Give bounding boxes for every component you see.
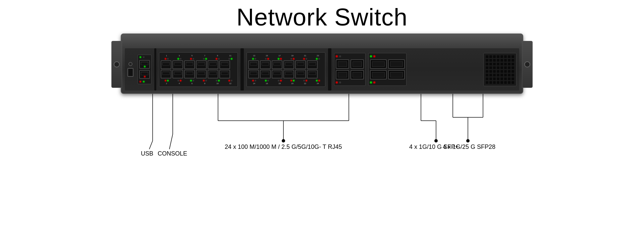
vent-hole: [486, 59, 488, 62]
vent-hole: [508, 63, 511, 65]
vent-hole: [512, 74, 514, 76]
port-15[interactable]: [260, 60, 271, 69]
vent-hole: [504, 70, 507, 73]
port-5[interactable]: [184, 60, 195, 69]
led: [267, 58, 269, 60]
vent-hole: [486, 77, 488, 80]
vent-hole: [497, 74, 499, 76]
sfp28-leds-bot: [370, 81, 405, 83]
vent-hole: [508, 74, 511, 76]
usb-label: USB: [141, 150, 153, 157]
port-14[interactable]: [248, 70, 259, 78]
sfp28-port-3[interactable]: [370, 70, 387, 79]
led: [193, 80, 194, 81]
port-12[interactable]: [219, 70, 230, 78]
port-6[interactable]: [184, 70, 195, 78]
vent-hole: [504, 66, 507, 69]
pnum-2: 2: [161, 82, 172, 84]
leds-bot-row-2: [248, 80, 324, 81]
port-numbers-top-row: 1 3 5 7 9 11: [161, 55, 236, 57]
ports-top-row-1: [161, 60, 236, 69]
pnum-20: 20: [286, 82, 298, 84]
pnum-8: 8: [199, 82, 211, 84]
led: [373, 55, 375, 57]
port-24[interactable]: [307, 70, 318, 78]
port-13[interactable]: [248, 60, 259, 69]
leds-bot-row-1: [161, 80, 236, 81]
rack-ear-left: [111, 41, 122, 88]
vent-hole: [512, 66, 514, 69]
vent-hole: [486, 55, 488, 58]
sfp-port-2[interactable]: [351, 59, 364, 69]
vent-hole: [493, 66, 496, 69]
sfp-port-4[interactable]: [351, 70, 364, 79]
port-8[interactable]: [196, 70, 207, 78]
vent-hole: [512, 55, 514, 58]
port-16[interactable]: [260, 70, 271, 78]
port-20[interactable]: [283, 70, 294, 78]
sfp-port-3[interactable]: [336, 70, 349, 79]
vent-hole: [493, 74, 496, 76]
port-9[interactable]: [208, 60, 218, 69]
led: [373, 81, 375, 83]
mgmt-port1-led-red: [143, 56, 145, 58]
left-controls: [127, 62, 133, 77]
port-10[interactable]: [208, 70, 218, 78]
pnum-11: 11: [224, 55, 236, 57]
sfp28-ports-bot: [370, 70, 405, 79]
led: [306, 80, 307, 81]
port-18[interactable]: [272, 70, 282, 78]
led: [318, 80, 320, 81]
console-label: CONSOLE: [158, 150, 187, 157]
led: [252, 80, 254, 81]
port-17[interactable]: [272, 60, 282, 69]
mgmt-port-2[interactable]: [139, 70, 150, 79]
svg-line-3: [169, 134, 173, 149]
vent-hole: [497, 55, 499, 58]
vent-hole: [500, 59, 503, 62]
vent-hole: [489, 59, 492, 62]
mgmt-port2-led-red: [140, 81, 141, 82]
pnum-18: 18: [274, 82, 285, 84]
vent-hole: [500, 55, 503, 58]
led: [218, 80, 220, 81]
led: [205, 80, 207, 81]
vent-hole: [508, 77, 511, 80]
led: [280, 80, 282, 81]
sfp28-port-4[interactable]: [388, 70, 405, 79]
led: [165, 58, 166, 60]
port-3[interactable]: [172, 60, 183, 69]
vent-hole: [493, 55, 496, 58]
port-4[interactable]: [172, 70, 183, 78]
port-2[interactable]: [161, 70, 171, 78]
port-23[interactable]: [307, 60, 318, 69]
pnum-13: 13: [248, 55, 260, 57]
led: [303, 80, 305, 81]
led: [265, 80, 267, 81]
port-11[interactable]: [219, 60, 230, 69]
pnum-1: 1: [161, 55, 172, 57]
vent-hole: [497, 66, 499, 69]
pnum-3: 3: [173, 55, 185, 57]
pnum-12: 12: [224, 82, 236, 84]
port-22[interactable]: [295, 70, 306, 78]
vent-hole: [500, 77, 503, 80]
port-21[interactable]: [295, 60, 306, 69]
sfp-port-1[interactable]: [336, 59, 349, 69]
mgmt-port-1[interactable]: [139, 60, 150, 69]
sfp28-port-2[interactable]: [388, 59, 405, 69]
ports-bot-row-2: [248, 70, 324, 78]
rack-ear-right: [522, 41, 533, 88]
port-1[interactable]: [161, 60, 171, 69]
vent-hole: [500, 81, 503, 84]
led: [290, 58, 292, 60]
power-button[interactable]: [128, 62, 132, 66]
led: [267, 80, 269, 81]
port-7[interactable]: [196, 60, 207, 69]
vent-hole: [500, 63, 503, 65]
svg-point-8: [282, 139, 285, 142]
leds-top-row-2: [248, 58, 324, 60]
led: [316, 80, 318, 81]
port-19[interactable]: [283, 60, 294, 69]
sfp28-port-1[interactable]: [370, 59, 387, 69]
